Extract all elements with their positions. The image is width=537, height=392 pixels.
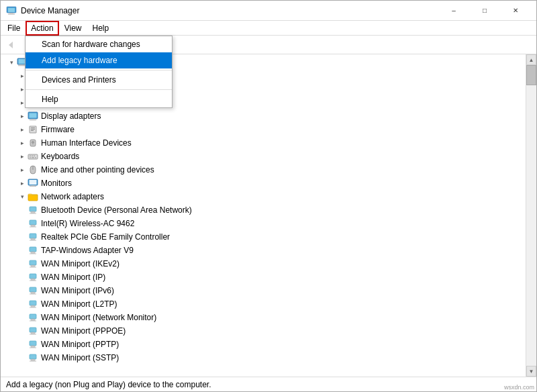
monitors-toggle[interactable]: ▸ — [17, 178, 28, 189]
scroll-thumb[interactable] — [526, 65, 536, 85]
hid-icon — [28, 138, 38, 148]
tree-item-bluetooth[interactable]: Bluetooth Device (Personal Area Network) — [1, 203, 526, 217]
monitors-label: Monitors — [41, 179, 72, 188]
status-text: Add a legacy (non Plug and Play) device … — [6, 380, 211, 389]
tree-item-wan-pptp[interactable]: WAN Miniport (PPTP) — [1, 338, 526, 351]
svg-rect-46 — [32, 157, 34, 158]
scrollbar[interactable]: ▲ ▼ — [526, 54, 536, 377]
tree-item-mice[interactable]: ▸ Mice and other pointing devices — [1, 163, 526, 177]
intel-wireless-label: Intel(R) Wireless-AC 9462 — [41, 219, 134, 228]
net-device-icon-wan-ip — [28, 272, 38, 283]
wan-ipv6-label: WAN Miniport (IPv6) — [41, 286, 114, 295]
tree-item-display[interactable]: ▸ Display adapters — [1, 109, 526, 123]
svg-rect-58 — [30, 213, 36, 214]
svg-rect-16 — [19, 64, 25, 65]
svg-rect-44 — [34, 156, 35, 157]
mice-toggle[interactable]: ▸ — [17, 164, 28, 175]
keyboards-label: Keyboards — [41, 152, 79, 161]
tree-item-wan-sstp[interactable]: WAN Miniport (SSTP) — [1, 351, 526, 364]
dropdown-help[interactable]: Help — [26, 91, 172, 107]
tree-item-realtek[interactable]: Realtek PCIe GbE Family Controller — [1, 230, 526, 244]
action-dropdown-menu[interactable]: Scan for hardware changes Add legacy har… — [25, 36, 173, 108]
menu-bar: File Action View Help — [1, 21, 536, 36]
display-icon — [28, 111, 38, 121]
tree-item-wan-ipv6[interactable]: WAN Miniport (IPv6) — [1, 284, 526, 297]
net-device-icon-tap — [28, 245, 38, 256]
svg-rect-31 — [30, 113, 37, 118]
wan-pppoe-label: WAN Miniport (PPPOE) — [41, 326, 126, 336]
tree-item-wan-pppoe[interactable]: WAN Miniport (PPPOE) — [1, 324, 526, 338]
scroll-up-button[interactable]: ▲ — [526, 54, 536, 65]
minimize-button[interactable]: – — [438, 1, 469, 21]
back-button[interactable] — [3, 38, 19, 52]
network-folder-icon — [28, 191, 38, 202]
svg-rect-55 — [28, 195, 38, 201]
maximize-button[interactable]: □ — [469, 1, 500, 21]
net-device-icon-wan-ipv6 — [28, 285, 38, 296]
dropdown-devices-printers[interactable]: Devices and Printers — [26, 72, 172, 88]
scroll-track[interactable] — [526, 65, 536, 366]
svg-rect-54 — [30, 186, 36, 187]
svg-rect-47 — [35, 157, 36, 158]
menu-view[interactable]: View — [59, 21, 87, 36]
network-label: Network adapters — [41, 192, 104, 201]
tree-item-wan-ikev2[interactable]: WAN Miniport (IKEv2) — [1, 257, 526, 271]
display-label: Display adapters — [41, 111, 101, 121]
menu-help[interactable]: Help — [87, 21, 115, 36]
svg-rect-69 — [31, 265, 35, 267]
svg-rect-75 — [31, 292, 35, 294]
tree-item-wan-l2tp[interactable]: WAN Miniport (L2TP) — [1, 297, 526, 311]
dropdown-scan[interactable]: Scan for hardware changes — [26, 36, 172, 52]
monitor-icon — [28, 178, 38, 189]
mouse-icon — [28, 164, 38, 175]
svg-rect-2 — [9, 13, 13, 14]
svg-rect-73 — [30, 281, 36, 281]
keyboard-toggle[interactable]: ▸ — [17, 151, 28, 162]
network-toggle[interactable]: ▾ — [17, 191, 28, 202]
tree-item-firmware[interactable]: ▸ Firmware — [1, 123, 526, 136]
svg-rect-81 — [31, 319, 35, 321]
tree-item-keyboards[interactable]: ▸ Keyboards — [1, 150, 526, 163]
svg-point-39 — [32, 142, 34, 144]
svg-rect-91 — [30, 361, 36, 362]
svg-rect-78 — [31, 305, 35, 307]
tree-item-wan-network-monitor[interactable]: WAN Miniport (Network Monitor) — [1, 311, 526, 324]
svg-rect-80 — [30, 314, 36, 319]
menu-action[interactable]: Action — [26, 21, 58, 36]
svg-rect-70 — [30, 267, 36, 268]
net-device-icon-realtek — [28, 232, 38, 242]
wan-ikev2-label: WAN Miniport (IKEv2) — [41, 259, 119, 268]
svg-rect-67 — [30, 254, 36, 254]
tree-item-tap[interactable]: TAP-Windows Adapter V9 — [1, 244, 526, 257]
menu-file[interactable]: File — [2, 21, 26, 36]
hid-toggle[interactable]: ▸ — [17, 138, 28, 148]
dropdown-add-legacy[interactable]: Add legacy hardware — [26, 52, 172, 68]
svg-rect-35 — [31, 128, 35, 128]
window-controls: – □ ✕ — [438, 1, 531, 21]
wan-network-monitor-label: WAN Miniport (Network Monitor) — [41, 313, 156, 322]
wan-pptp-label: WAN Miniport (PPTP) — [41, 340, 119, 349]
tree-item-hid[interactable]: ▸ Human Interface Devices — [1, 136, 526, 150]
display-toggle[interactable]: ▸ — [17, 111, 28, 121]
scroll-down-button[interactable]: ▼ — [526, 366, 536, 377]
status-bar: Add a legacy (non Plug and Play) device … — [1, 377, 536, 391]
svg-rect-32 — [31, 119, 35, 120]
svg-rect-36 — [31, 129, 35, 130]
svg-rect-86 — [30, 341, 36, 346]
svg-rect-90 — [31, 359, 35, 361]
dropdown-separator-2 — [26, 89, 172, 90]
tree-item-intel-wireless[interactable]: Intel(R) Wireless-AC 9462 — [1, 217, 526, 230]
svg-rect-42 — [30, 156, 31, 157]
svg-rect-68 — [30, 260, 36, 265]
wan-l2tp-label: WAN Miniport (L2TP) — [41, 299, 117, 309]
net-device-icon-intel — [28, 218, 38, 229]
firmware-toggle[interactable]: ▸ — [17, 124, 28, 135]
tree-item-network[interactable]: ▾ Network adapters — [1, 190, 526, 203]
svg-rect-85 — [30, 334, 36, 335]
tree-item-wan-ip[interactable]: WAN Miniport (IP) — [1, 271, 526, 284]
close-button[interactable]: ✕ — [500, 1, 531, 21]
tree-item-monitors[interactable]: ▸ Monitors — [1, 177, 526, 190]
title-bar-icon — [6, 5, 17, 16]
root-toggle[interactable]: ▾ — [6, 57, 17, 68]
svg-rect-60 — [31, 225, 35, 227]
